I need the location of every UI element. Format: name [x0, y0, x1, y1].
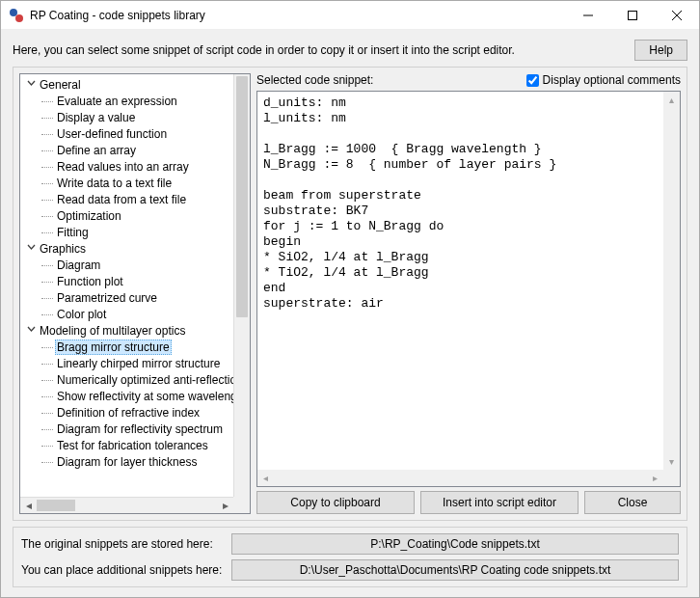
copy-button[interactable]: Copy to clipboard — [256, 491, 415, 514]
tree-item-label: Test for fabrication tolerances — [55, 439, 210, 452]
original-path-label: The original snippets are stored here: — [21, 537, 224, 551]
tree-item[interactable]: Bragg mirror structure — [22, 339, 233, 355]
scroll-left-icon[interactable]: ◂ — [20, 498, 37, 514]
display-comments-checkbox[interactable]: Display optional comments — [526, 73, 681, 87]
scroll-up-icon[interactable]: ▴ — [663, 92, 680, 108]
tree-item[interactable]: Evaluate an expression — [22, 93, 233, 109]
tree-item[interactable]: Diagram for layer thickness — [22, 453, 233, 470]
insert-button[interactable]: Insert into script editor — [420, 491, 579, 514]
code-hscrollbar[interactable]: ◂ ▸ — [257, 470, 663, 486]
chevron-down-icon[interactable] — [24, 79, 38, 90]
tree-item-label: Function plot — [55, 275, 125, 288]
snippet-tree[interactable]: GeneralEvaluate an expressionDisplay a v… — [19, 73, 251, 514]
tree-item[interactable]: Define an array — [22, 142, 233, 158]
chevron-down-icon[interactable] — [24, 325, 38, 336]
tree-item[interactable]: Read values into an array — [22, 158, 233, 175]
tree-item-label: Color plot — [55, 308, 108, 321]
tree-category-label: Graphics — [38, 242, 88, 256]
tree-category-label: General — [38, 78, 83, 92]
tree-item[interactable]: Function plot — [22, 273, 233, 289]
tree-item[interactable]: Optimization — [22, 207, 233, 224]
tree-item[interactable]: Diagram for reflectivity spectrum — [22, 421, 233, 437]
display-comments-label: Display optional comments — [543, 73, 681, 87]
code-content: d_units: nm l_units: nm l_Bragg := 1000 … — [257, 92, 663, 470]
footer-panel: The original snippets are stored here: P… — [13, 527, 687, 587]
svg-rect-3 — [629, 11, 637, 19]
tree-category[interactable]: General — [22, 76, 233, 93]
maximize-button[interactable] — [610, 1, 655, 30]
tree-item[interactable]: Show reflectivity at some wavelength — [22, 388, 233, 404]
tree-item-label: Fitting — [55, 226, 91, 239]
tree-item-label: Diagram for reflectivity spectrum — [55, 422, 225, 436]
tree-item[interactable]: Read data from a text file — [22, 191, 233, 207]
tree-item[interactable]: User-defined function — [22, 125, 233, 142]
chevron-down-icon[interactable] — [24, 243, 38, 254]
scroll-right-icon[interactable]: ▸ — [647, 470, 663, 486]
tree-item-label: Evaluate an expression — [55, 95, 179, 108]
tree-category-label: Modeling of multilayer optics — [38, 324, 187, 338]
tree-item[interactable]: Parametrized curve — [22, 289, 233, 306]
tree-item[interactable]: Diagram — [22, 257, 233, 273]
svg-point-0 — [10, 9, 17, 16]
tree-item-label: Numerically optimized anti-reflection — [55, 373, 233, 387]
scroll-right-icon[interactable]: ▸ — [217, 498, 233, 514]
code-viewer[interactable]: d_units: nm l_units: nm l_Bragg := 1000 … — [256, 91, 681, 487]
tree-item-label: User-defined function — [55, 127, 169, 141]
tree-item-label: Define an array — [55, 144, 138, 157]
close-button[interactable]: Close — [584, 491, 681, 514]
tree-item[interactable]: Fitting — [22, 224, 233, 240]
app-icon — [9, 8, 24, 23]
tree-item[interactable]: Linearly chirped mirror structure — [22, 355, 233, 371]
tree-item-label: Diagram for layer thickness — [55, 455, 199, 469]
tree-item-label: Parametrized curve — [55, 291, 159, 305]
tree-item[interactable]: Display a value — [22, 109, 233, 125]
tree-item-label: Linearly chirped mirror structure — [55, 357, 222, 370]
tree-hscrollbar[interactable]: ◂ ▸ — [20, 497, 233, 513]
tree-item-label: Write data to a text file — [55, 177, 174, 190]
original-path-button[interactable]: P:\RP_Coating\Code snippets.txt — [231, 533, 679, 555]
additional-path-button[interactable]: D:\User_Paschotta\Documents\RP Coating c… — [231, 559, 679, 581]
code-vscrollbar[interactable]: ▴ ▾ — [663, 92, 680, 470]
svg-point-1 — [15, 14, 23, 22]
tree-category[interactable]: Graphics — [22, 240, 233, 257]
window-title: RP Coating - code snippets library — [30, 9, 566, 22]
tree-item[interactable]: Numerically optimized anti-reflection — [22, 371, 233, 388]
app-window: RP Coating - code snippets library Here,… — [0, 0, 700, 598]
tree-item-label: Read data from a text file — [55, 193, 188, 206]
tree-item[interactable]: Definition of refractive index — [22, 404, 233, 421]
tree-vscrollbar[interactable] — [233, 74, 250, 497]
tree-category[interactable]: Modeling of multilayer optics — [22, 322, 233, 339]
tree-item-label: Optimization — [55, 209, 123, 223]
scroll-down-icon[interactable]: ▾ — [663, 453, 680, 470]
scroll-left-icon[interactable]: ◂ — [257, 470, 274, 486]
titlebar: RP Coating - code snippets library — [1, 1, 699, 30]
intro-text: Here, you can select some snippet of scr… — [13, 43, 627, 57]
tree-item-label: Definition of refractive index — [55, 406, 202, 420]
tree-item-label: Bragg mirror structure — [55, 340, 172, 355]
tree-item[interactable]: Color plot — [22, 306, 233, 322]
main-panel: GeneralEvaluate an expressionDisplay a v… — [13, 67, 687, 521]
minimize-button[interactable] — [566, 1, 610, 30]
tree-item-label: Display a value — [55, 111, 137, 124]
help-button[interactable]: Help — [634, 40, 687, 61]
selected-snippet-label: Selected code snippet: — [256, 73, 519, 87]
tree-item-label: Show reflectivity at some wavelength — [55, 390, 233, 403]
tree-item-label: Read values into an array — [55, 160, 191, 174]
tree-item[interactable]: Test for fabrication tolerances — [22, 437, 233, 453]
tree-item[interactable]: Write data to a text file — [22, 175, 233, 191]
additional-path-label: You can place additional snippets here: — [21, 563, 224, 577]
close-window-button[interactable] — [655, 1, 699, 30]
tree-item-label: Diagram — [55, 258, 102, 272]
